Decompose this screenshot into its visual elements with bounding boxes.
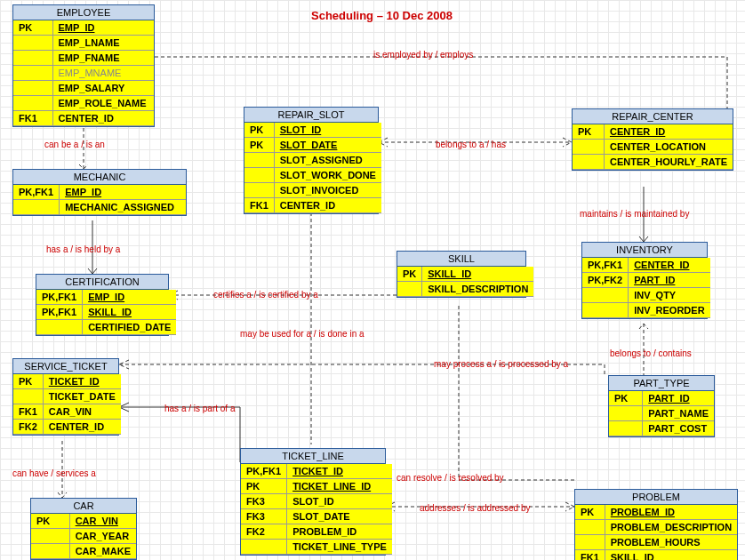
- attr-cell: SLOT_WORK_DONE: [274, 168, 381, 183]
- attr-cell: SLOT_ASSIGNED: [274, 153, 381, 168]
- key-cell: [397, 282, 422, 297]
- attr-cell: SKILL_ID: [422, 267, 534, 282]
- key-cell: [31, 544, 69, 559]
- key-cell: FK2: [241, 524, 287, 540]
- attr-cell: INV_QTY: [629, 288, 710, 303]
- diagram-title: Scheduling – 10 Dec 2008: [311, 9, 453, 22]
- attr-cell: EMP_ID: [83, 290, 177, 305]
- attr-cell: CENTER_LOCATION: [604, 140, 733, 155]
- entity-header: CERTIFICATION: [36, 275, 168, 290]
- key-cell: PK,FK1: [582, 258, 629, 273]
- key-cell: PK: [13, 374, 43, 389]
- attr-cell: TICKET_DATE: [43, 389, 120, 404]
- attr-cell: TICKET_ID: [287, 464, 392, 479]
- entity-repair-center[interactable]: REPAIR_CENTERPKCENTER_ID CENTER_LOCATION…: [572, 108, 733, 171]
- relationship-label: may process a / is processed by a: [434, 359, 568, 369]
- attr-cell: SLOT_DATE: [274, 138, 381, 153]
- key-cell: [573, 155, 604, 170]
- key-cell: PK: [244, 138, 274, 153]
- key-cell: FK3: [241, 509, 287, 524]
- attr-cell: SLOT_ID: [287, 494, 392, 509]
- attr-cell: PROBLEM_HOURS: [605, 535, 737, 550]
- key-cell: [241, 540, 287, 555]
- key-cell: PK: [244, 123, 274, 138]
- attr-cell: PROBLEM_ID: [287, 524, 392, 540]
- entity-header: PROBLEM: [575, 490, 737, 505]
- entity-employee[interactable]: EMPLOYEEPKEMP_ID EMP_LNAME EMP_FNAME EMP…: [12, 4, 155, 127]
- attr-cell: CENTER_ID: [604, 124, 733, 140]
- entity-service-ticket[interactable]: SERVICE_TICKETPKTICKET_ID TICKET_DATEFK1…: [12, 358, 119, 436]
- key-cell: [609, 421, 643, 436]
- attr-cell: CAR_YEAR: [69, 529, 136, 544]
- attr-cell: EMP_FNAME: [52, 51, 154, 66]
- key-cell: PK,FK1: [13, 185, 60, 200]
- key-cell: PK,FK1: [36, 305, 83, 320]
- attr-cell: EMP_ID: [52, 20, 154, 36]
- attr-cell: TICKET_LINE_TYPE: [287, 540, 392, 555]
- entity-certification[interactable]: CERTIFICATIONPK,FK1EMP_IDPK,FK1SKILL_ID …: [36, 274, 169, 336]
- attr-cell: EMP_ROLE_NAME: [52, 96, 154, 111]
- key-cell: PK: [575, 505, 605, 520]
- entity-header: PART_TYPE: [609, 376, 714, 391]
- relationship-label: can be a / is an: [44, 140, 105, 149]
- attr-cell: CAR_VIN: [69, 514, 136, 529]
- entity-mechanic[interactable]: MECHANICPK,FK1EMP_ID MECHANIC_ASSIGNED: [12, 169, 187, 216]
- key-cell: [13, 66, 52, 81]
- entity-problem[interactable]: PROBLEMPKPROBLEM_ID PROBLEM_DESCRIPTION …: [574, 489, 738, 560]
- key-cell: [244, 168, 274, 183]
- key-cell: FK1: [13, 404, 43, 420]
- attr-cell: MECHANIC_ASSIGNED: [60, 200, 186, 215]
- attr-cell: PART_NAME: [643, 406, 714, 421]
- entity-ticket-line[interactable]: TICKET_LINEPK,FK1TICKET_IDPKTICKET_LINE_…: [240, 448, 386, 556]
- key-cell: [13, 389, 43, 404]
- attr-cell: CENTER_ID: [43, 420, 120, 435]
- entity-part-type[interactable]: PART_TYPEPKPART_ID PART_NAME PART_COST: [608, 375, 715, 437]
- attr-cell: SKILL_ID: [605, 550, 737, 561]
- entity-header: MECHANIC: [13, 170, 186, 185]
- attr-cell: EMP_LNAME: [52, 36, 154, 51]
- key-cell: PK,FK1: [36, 290, 83, 305]
- key-cell: FK1: [13, 111, 52, 126]
- key-cell: PK: [241, 479, 287, 494]
- key-cell: [13, 51, 52, 66]
- attr-cell: EMP_SALARY: [52, 81, 154, 96]
- relationship-label: maintains / is maintained by: [580, 209, 689, 219]
- relationship-label: has a / is held by a: [46, 244, 120, 254]
- entity-header: INVENTORY: [582, 243, 707, 258]
- key-cell: [36, 320, 83, 335]
- attr-cell: PART_ID: [629, 273, 710, 288]
- entity-skill[interactable]: SKILLPKSKILL_ID SKILL_DESCRIPTION: [397, 251, 526, 298]
- key-cell: PK: [31, 514, 69, 529]
- attr-cell: CENTER_HOURLY_RATE: [604, 155, 733, 170]
- key-cell: [582, 288, 629, 303]
- relationship-label: addresses / is addressed by: [420, 503, 531, 513]
- relationship-label: belongs to / contains: [610, 348, 692, 358]
- key-cell: [582, 303, 629, 318]
- key-cell: FK3: [241, 494, 287, 509]
- key-cell: [13, 81, 52, 96]
- relationship-label: can have / services a: [12, 468, 96, 478]
- entity-header: TICKET_LINE: [241, 449, 385, 464]
- key-cell: [575, 535, 605, 550]
- attr-cell: EMP_MNAME: [52, 66, 154, 81]
- attr-cell: INV_REORDER: [629, 303, 710, 318]
- attr-cell: SLOT_DATE: [287, 509, 392, 524]
- key-cell: PK: [573, 124, 604, 140]
- attr-cell: SKILL_DESCRIPTION: [422, 282, 534, 297]
- key-cell: PK: [609, 391, 643, 406]
- attr-cell: CAR_VIN: [43, 404, 120, 420]
- entity-car[interactable]: CARPKCAR_VIN CAR_YEAR CAR_MAKE: [30, 498, 137, 560]
- attr-cell: CENTER_ID: [52, 111, 154, 126]
- key-cell: [13, 200, 60, 215]
- key-cell: PK: [397, 267, 422, 282]
- relationship-label: may be used for a / is done in a: [240, 329, 364, 339]
- key-cell: [244, 153, 274, 168]
- entity-repair-slot[interactable]: REPAIR_SLOTPKSLOT_IDPKSLOT_DATE SLOT_ASS…: [244, 107, 379, 214]
- entity-header: SERVICE_TICKET: [13, 359, 118, 374]
- key-cell: [13, 36, 52, 51]
- relationship-label: certifies a / is certified by a: [213, 290, 318, 300]
- attr-cell: CERTIFIED_DATE: [83, 320, 177, 335]
- key-cell: FK1: [244, 198, 274, 213]
- entity-inventory[interactable]: INVENTORYPK,FK1CENTER_IDPK,FK2PART_ID IN…: [581, 242, 708, 319]
- attr-cell: PROBLEM_DESCRIPTION: [605, 520, 737, 535]
